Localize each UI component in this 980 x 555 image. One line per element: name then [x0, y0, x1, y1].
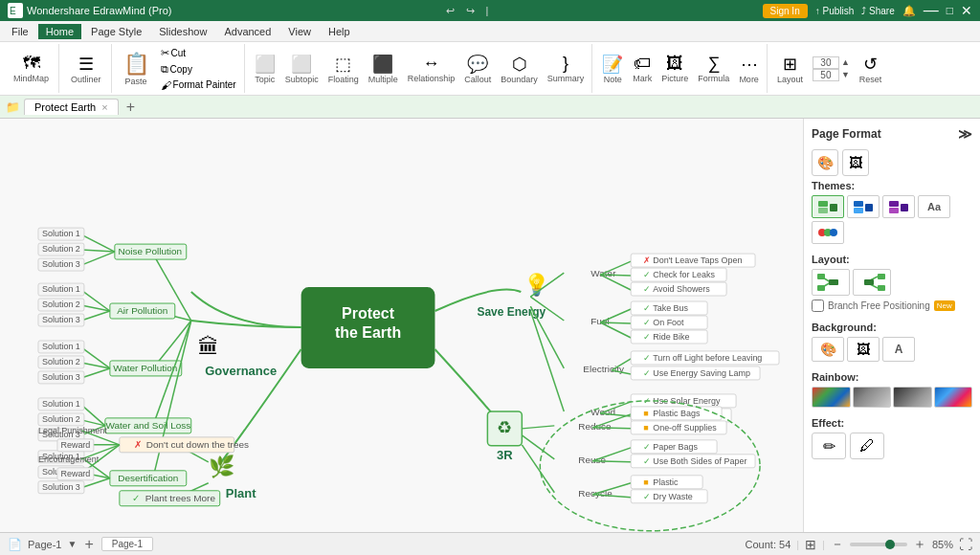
effect-btn-1[interactable]: ✏	[812, 433, 846, 459]
maximize-btn[interactable]: □	[947, 4, 953, 17]
publish-btn[interactable]: ↑ Publish	[815, 6, 855, 16]
outliner-icon: ☰	[78, 54, 94, 75]
rainbow-swatch-2[interactable]	[853, 387, 892, 408]
svg-text:Turn off Light before Leaving: Turn off Light before Leaving	[653, 353, 762, 363]
theme-option-text[interactable]: Aa	[918, 195, 950, 218]
menu-home[interactable]: Home	[38, 24, 81, 39]
menu-page-style[interactable]: Page Style	[83, 24, 149, 39]
multiple-topics-btn[interactable]: ⬛ Multiple	[365, 52, 402, 86]
paste-btn[interactable]: 📋 Paste	[118, 50, 155, 88]
folder-icon: 📁	[6, 100, 20, 114]
relationship-label: Relationship	[408, 74, 456, 83]
fit-page-btn[interactable]: ⛶	[959, 537, 972, 552]
theme-option-3[interactable]	[882, 195, 915, 218]
callout-btn[interactable]: 💬 Callout	[460, 52, 495, 86]
panel-image-icon[interactable]: 🖼	[842, 149, 869, 176]
reset-btn[interactable]: ↺ Reset	[856, 52, 886, 86]
svg-line-151	[522, 435, 554, 459]
summary-btn[interactable]: } Summary	[544, 52, 589, 85]
menu-view[interactable]: View	[280, 24, 319, 39]
menu-help[interactable]: Help	[321, 24, 358, 39]
rainbow-swatch-3[interactable]	[893, 387, 932, 408]
notification-icon[interactable]: 🔔	[902, 5, 916, 17]
svg-text:Check for Leaks: Check for Leaks	[653, 270, 715, 279]
note-btn[interactable]: 📝 Note	[598, 52, 627, 86]
svg-text:Solution 2: Solution 2	[42, 357, 80, 366]
subtopic-label: Subtopic	[285, 75, 319, 84]
boundary-btn[interactable]: ⬡ Boundary	[497, 52, 542, 86]
effect-btn-2[interactable]: 🖊	[850, 433, 884, 459]
rainbow-swatch-1[interactable]	[812, 387, 851, 408]
svg-line-11	[81, 234, 115, 252]
theme-option-2[interactable]	[847, 195, 880, 218]
bg-text-btn[interactable]: A	[882, 337, 915, 362]
font-size-up[interactable]: ▲	[841, 57, 850, 67]
layout-btn[interactable]: ⊞ Layout	[773, 52, 807, 86]
more-btn[interactable]: ⋯ More	[735, 52, 763, 86]
font-size-input[interactable]: 30	[813, 56, 839, 69]
share-btn[interactable]: ⤴ Share	[861, 6, 894, 16]
bg-color-btn[interactable]: 🎨	[812, 337, 844, 362]
sign-in-button[interactable]: Sign In	[763, 4, 808, 18]
zoom-out-btn[interactable]: －	[831, 536, 844, 553]
bg-image-btn[interactable]: 🖼	[847, 337, 880, 362]
relationship-btn[interactable]: ↔ Relationship	[404, 52, 459, 85]
line-size-down[interactable]: ▼	[841, 70, 850, 79]
insert-group: ⬜ Topic ⬜ Subtopic ⬚ Floating ⬛ Multiple…	[247, 44, 593, 93]
add-page-btn[interactable]: +	[82, 536, 95, 553]
add-tab-btn[interactable]: +	[122, 99, 139, 116]
topic-btn[interactable]: ⬜ Topic	[251, 52, 279, 86]
right-panel: Page Format ≫ 🎨 🖼 Themes: Aa	[803, 119, 980, 532]
minimize-btn[interactable]: —	[924, 3, 939, 18]
svg-text:■: ■	[643, 423, 648, 433]
summary-icon: }	[563, 54, 568, 74]
layout-option-2[interactable]	[853, 269, 891, 296]
tab-close-icon[interactable]: ×	[101, 101, 107, 113]
branch-free-option[interactable]: Branch Free Positioning New	[812, 300, 972, 312]
grid-view-btn[interactable]: ⊞	[805, 537, 816, 552]
multiple-topics-label: Multiple	[368, 75, 398, 84]
floating-topic-btn[interactable]: ⬚ Floating	[324, 52, 363, 86]
format-painter-label: Format Painter	[173, 79, 236, 90]
canvas[interactable]: Protect the Earth 🏛 Governance Noise Pol…	[0, 119, 803, 532]
svg-line-147	[592, 428, 631, 429]
protect-earth-tab[interactable]: Protect Earth ×	[24, 99, 119, 115]
mark-btn[interactable]: 🏷 Mark	[629, 52, 656, 85]
svg-line-29	[81, 311, 110, 321]
redo-btn[interactable]: ↪	[466, 5, 475, 17]
rainbow-swatch-4[interactable]	[934, 387, 973, 408]
outliner-btn[interactable]: ☰ Outliner	[65, 52, 107, 86]
format-painter-btn[interactable]: 🖌 Format Painter	[157, 78, 240, 92]
svg-text:✓: ✓	[643, 318, 651, 327]
close-btn[interactable]: ✕	[961, 3, 972, 18]
status-left: 📄 Page-1 ▼ + Page-1	[8, 536, 746, 553]
svg-line-14	[81, 250, 115, 252]
copy-btn[interactable]: ⧉ Copy	[157, 62, 240, 77]
formula-btn[interactable]: ∑ Formula	[694, 52, 733, 85]
panel-collapse-btn[interactable]: ≫	[958, 126, 972, 142]
effect-section: Effect: ✏ 🖊	[812, 417, 972, 459]
line-size-input[interactable]: 50	[813, 69, 839, 81]
layout-option-1[interactable]	[812, 269, 850, 296]
panel-theme-icon[interactable]: 🎨	[812, 149, 838, 176]
picture-btn[interactable]: 🖼 Picture	[657, 52, 692, 85]
zoom-slider[interactable]	[850, 543, 907, 546]
theme-option-color[interactable]	[812, 221, 844, 244]
zoom-in-btn[interactable]: ＋	[913, 536, 926, 553]
menu-file[interactable]: File	[4, 24, 36, 39]
mindmap-btn[interactable]: 🗺 MindMap	[8, 52, 55, 85]
svg-rect-174	[830, 204, 837, 211]
subtopic-btn[interactable]: ⬜ Subtopic	[281, 52, 323, 86]
page-tab[interactable]: Page-1	[101, 537, 153, 551]
floating-topic-icon: ⬚	[335, 54, 351, 75]
cut-btn[interactable]: ✂ Cut	[157, 46, 240, 60]
svg-text:Use Both Sides of Paper: Use Both Sides of Paper	[653, 456, 746, 466]
tab-label: Protect Earth	[34, 101, 96, 113]
svg-text:Solution 2: Solution 2	[42, 244, 80, 254]
menu-slideshow[interactable]: Slideshow	[151, 24, 214, 39]
svg-text:♻: ♻	[497, 418, 512, 437]
undo-btn[interactable]: ↩	[446, 5, 455, 17]
theme-option-1[interactable]	[812, 195, 844, 218]
menu-advanced[interactable]: Advanced	[216, 24, 278, 39]
branch-free-checkbox[interactable]	[812, 300, 824, 312]
